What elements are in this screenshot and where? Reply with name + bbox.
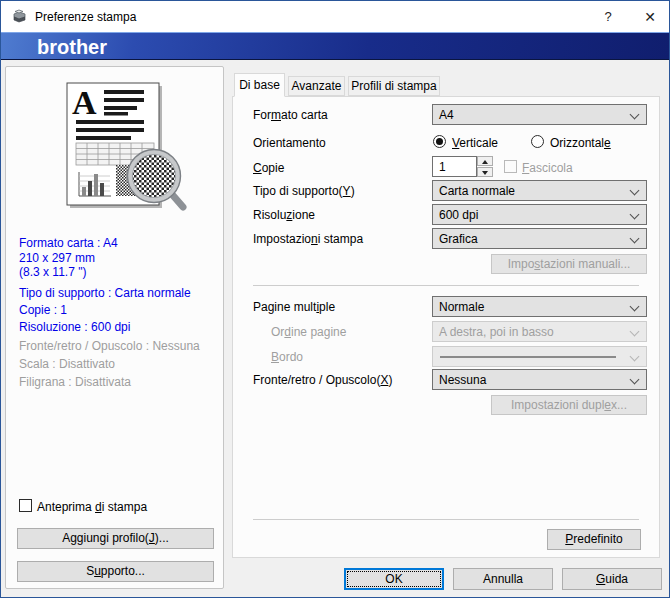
risoluzione-dropdown[interactable]: 600 dpi: [432, 204, 647, 225]
annulla-button[interactable]: Annulla: [453, 568, 553, 590]
ok-button[interactable]: OK: [344, 568, 444, 590]
help-button[interactable]: ?: [593, 7, 623, 27]
summary-copie: Copie : 1: [19, 304, 67, 317]
summary-dimensioni-mm: 210 x 297 mm: [19, 252, 95, 265]
fascicola-label: Fascicola: [522, 161, 573, 175]
chevron-down-icon: [630, 234, 640, 244]
tipo-supporto-label: Tipo di supporto(Y): [253, 184, 355, 198]
chevron-down-icon: [630, 210, 640, 220]
tab-avanzate[interactable]: Avanzate: [288, 76, 345, 96]
chevron-down-icon: [630, 375, 640, 385]
printer-icon: [11, 8, 28, 25]
formato-carta-label: Formato carta: [253, 108, 328, 122]
tab-di-base[interactable]: Di base: [234, 73, 285, 97]
summary-fronte-retro: Fronte/retro / Opuscolo : Nessuna: [19, 340, 200, 353]
fronte-retro-label: Fronte/retro / Opuscolo(X): [253, 373, 392, 387]
summary-tipo-supporto: Tipo di supporto : Carta normale: [19, 287, 191, 300]
svg-text:A: A: [72, 84, 97, 121]
pagine-multiple-dropdown[interactable]: Normale: [432, 296, 647, 317]
ordine-pagine-dropdown: A destra, poi in basso: [432, 321, 647, 342]
chevron-down-icon: [630, 327, 640, 337]
orientamento-label: Orientamento: [253, 136, 326, 150]
section-separator: [253, 285, 639, 286]
anteprima-checkbox[interactable]: [19, 499, 32, 512]
chevron-down-icon: [630, 352, 640, 362]
guida-button[interactable]: Guida: [562, 568, 662, 590]
summary-scala: Scala : Disattivato: [19, 358, 115, 371]
predefinito-button[interactable]: Predefinito: [547, 529, 641, 550]
fronte-retro-dropdown[interactable]: Nessuna: [432, 369, 647, 390]
copie-spinner-down[interactable]: [477, 167, 493, 177]
verticale-radio[interactable]: [433, 135, 446, 148]
chevron-down-icon: [630, 186, 640, 196]
spinner-down-icon: [482, 171, 488, 175]
aggiungi-profilo-button[interactable]: Aggiungi profilo(J)...: [17, 528, 214, 549]
copie-spinner-up[interactable]: [477, 156, 493, 166]
spinner-up-icon: [482, 160, 488, 164]
supporto-button[interactable]: Supporto...: [17, 561, 214, 582]
print-preview-image: A: [59, 75, 199, 217]
ordine-pagine-label: Ordine pagine: [271, 325, 346, 339]
titlebar: Preferenze stampa ? ✕: [1, 1, 669, 32]
bordo-dropdown: [432, 346, 647, 367]
summary-formato-carta: Formato carta : A4: [19, 237, 118, 250]
tipo-supporto-dropdown[interactable]: Carta normale: [432, 180, 647, 201]
anteprima-label: Anteprima di stampa: [37, 500, 147, 514]
pagine-multiple-label: Pagine multiple: [253, 300, 335, 314]
brand-band: brother: [1, 32, 669, 60]
summary-risoluzione: Risoluzione : 600 dpi: [19, 321, 130, 334]
chevron-down-icon: [630, 302, 640, 312]
chevron-down-icon: [630, 110, 640, 120]
copie-input[interactable]: 1: [432, 156, 477, 177]
summary-filigrana: Filigrana : Disattivata: [19, 376, 131, 389]
orizzontale-radio[interactable]: [531, 135, 544, 148]
verticale-label: Verticale: [452, 136, 498, 150]
risoluzione-label: Risoluzione: [253, 208, 315, 222]
impostazioni-stampa-label: Impostazioni stampa: [253, 232, 363, 246]
brother-logo: brother: [37, 36, 107, 59]
orizzontale-label: Orizzontale: [550, 136, 611, 150]
summary-dimensioni-pollici: (8.3 x 11.7 "): [19, 266, 86, 279]
close-button[interactable]: ✕: [635, 7, 665, 27]
preferences-dialog: Preferenze stampa ? ✕ brother A: [0, 0, 670, 598]
window-title: Preferenze stampa: [35, 10, 136, 24]
impostazioni-stampa-dropdown[interactable]: Grafica: [432, 228, 647, 249]
impostazioni-duplex-button: Impostazioni duplex...: [491, 395, 647, 415]
impostazioni-manuali-button: Impostazioni manuali...: [491, 254, 647, 274]
fascicola-checkbox: [504, 160, 517, 173]
formato-carta-dropdown[interactable]: A4: [432, 104, 647, 125]
border-line-preview: [440, 356, 616, 358]
footer-separator: [253, 519, 639, 520]
copie-label: Copie: [253, 161, 284, 175]
bordo-label: Bordo: [271, 350, 303, 364]
tab-profili-di-stampa[interactable]: Profili di stampa: [348, 76, 440, 96]
